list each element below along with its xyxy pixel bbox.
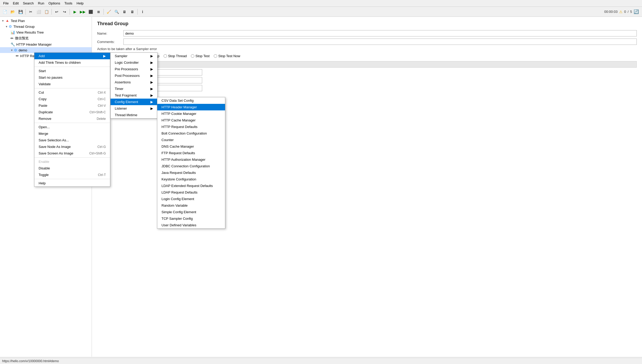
submenu-add-logic[interactable]: Logic Controller ▶	[111, 59, 157, 66]
toolbar: 📄 📂 💾 ✂ ⬜ 📋 ↩ ↪ ▶ ▶▶ ⬛ ⏹ 🧹 🔍 🖥 🖥 i 00:00…	[0, 7, 642, 17]
redo-button[interactable]: ↪	[61, 8, 68, 15]
submenu-add-sampler[interactable]: Sampler ▶	[111, 53, 157, 59]
menu-run[interactable]: Run	[36, 1, 46, 6]
menu-file[interactable]: File	[1, 1, 11, 6]
submenu-config-keystore[interactable]: Keystore Configuration	[157, 176, 225, 183]
ctx-remove[interactable]: Remove Delete	[34, 115, 110, 122]
submenu-config-java[interactable]: Java Request Defaults	[157, 169, 225, 176]
rampup-input[interactable]	[150, 77, 202, 83]
submenu-add-assertions[interactable]: Assertions ▶	[111, 79, 157, 85]
stop-button[interactable]: ⬛	[87, 8, 94, 15]
new-button[interactable]: 📄	[1, 8, 8, 15]
submenu-add-config[interactable]: Config Element ▶	[111, 99, 157, 105]
save-button[interactable]: 💾	[17, 8, 24, 15]
ctx-paste[interactable]: Paste Ctrl-V	[34, 102, 110, 109]
tree-item-httpheader[interactable]: 🔧 HTTP Header Manager	[0, 41, 92, 47]
menu-help[interactable]: Help	[75, 1, 86, 6]
submenu-config-ldap-extended[interactable]: LDAP Extended Request Defaults	[157, 183, 225, 189]
open-button[interactable]: 📂	[9, 8, 16, 15]
ctx-sep-1	[34, 67, 110, 67]
ctx-help[interactable]: Help	[34, 180, 110, 186]
submenu-config-httpauth[interactable]: HTTP Authorization Manager	[157, 156, 225, 163]
radio-stop-test-now-input[interactable]	[214, 54, 217, 58]
submenu-config-dns[interactable]: DNS Cache Manager	[157, 143, 225, 150]
menu-options[interactable]: Options	[46, 1, 62, 6]
submenu-config-simple[interactable]: Simple Config Element	[157, 209, 225, 215]
copy-button[interactable]: ⬜	[35, 8, 42, 15]
tree-item-threadgroup[interactable]: ▼ ⚙ Thread Group	[0, 24, 92, 29]
ctx-cut-shortcut: Ctrl-X	[98, 91, 106, 94]
remote-start-button[interactable]: 🖥	[121, 8, 128, 15]
submenu-config-user-defined[interactable]: User Defined Variables	[157, 222, 225, 228]
ctx-copy[interactable]: Copy Ctrl-C	[34, 96, 110, 102]
ctx-open[interactable]: Open...	[34, 124, 110, 130]
menu-search[interactable]: Search	[21, 1, 36, 6]
ctx-start-no-pauses[interactable]: Start no pauses	[34, 74, 110, 81]
submenu-add-testfragment[interactable]: Test Fragment ▶	[111, 92, 157, 99]
name-input[interactable]	[123, 30, 637, 36]
tree-item-testplan[interactable]: ▼ 🔺 Test Plan	[0, 18, 92, 24]
ctx-merge[interactable]: Merge	[34, 130, 110, 137]
run-button[interactable]: ▶	[71, 8, 79, 15]
submenu-config-jdbc[interactable]: JDBC Connection Configuration	[157, 163, 225, 169]
ctx-save-selection[interactable]: Save Selection As...	[34, 137, 110, 143]
submenu-add-thread-lifetime[interactable]: Thread lifetime	[111, 112, 157, 118]
submenu-config-csv[interactable]: CSV Data Set Config	[157, 97, 225, 104]
submenu-add-listener[interactable]: Listener ▶	[111, 105, 157, 112]
submenu-add-timer[interactable]: Timer ▶	[111, 85, 157, 92]
menu-tools[interactable]: Tools	[62, 1, 74, 6]
submenu-config-bolt[interactable]: Bolt Connection Configuration	[157, 130, 225, 137]
shutdown-button[interactable]: ⏹	[95, 8, 102, 15]
ctx-add-arrow: ▶	[103, 54, 106, 58]
radio-stop-test-now[interactable]: Stop Test Now	[214, 54, 240, 58]
submenu-config-random[interactable]: Random Variable	[157, 202, 225, 209]
radio-stop-test[interactable]: Stop Test	[191, 54, 210, 58]
remote-stop-button[interactable]: 🖥	[129, 8, 136, 15]
ctx-cut[interactable]: Cut Ctrl-X	[34, 89, 110, 96]
ctx-disable[interactable]: Disable	[34, 165, 110, 172]
submenu-add-assertions-label: Assertions	[115, 80, 131, 84]
clear-button[interactable]: 🧹	[105, 8, 112, 15]
delay-row: Delay Thread creation until needed	[97, 93, 637, 97]
cut-button[interactable]: ✂	[27, 8, 34, 15]
radio-stop-thread[interactable]: Stop Thread	[164, 54, 187, 58]
undo-button[interactable]: ↩	[53, 8, 60, 15]
submenu-config-login-label: Login Config Element	[161, 197, 194, 201]
ctx-validate[interactable]: Validate	[34, 81, 110, 87]
ctx-add-think-times[interactable]: Add Think Times to children	[34, 59, 110, 66]
radio-stop-test-input[interactable]	[191, 54, 194, 58]
ctx-save-screen-image[interactable]: Save Screen As Image Ctrl+Shift-G	[34, 150, 110, 157]
tree-item-wechat[interactable]: ✏ 微信预览	[0, 35, 92, 41]
tree-item-demo[interactable]: ▼ ⚙ demo	[0, 47, 92, 53]
submenu-config-tcp[interactable]: TCP Sampler Config	[157, 215, 225, 222]
threads-input[interactable]	[150, 69, 202, 76]
loop-input[interactable]	[150, 85, 202, 91]
ctx-start[interactable]: Start	[34, 68, 110, 74]
submenu-config-httpcookie[interactable]: HTTP Cookie Manager	[157, 110, 225, 117]
submenu-config-httpcache[interactable]: HTTP Cache Manager	[157, 117, 225, 124]
submenu-config-ldap[interactable]: LDAP Request Defaults	[157, 189, 225, 196]
submenu-config-login[interactable]: Login Config Element	[157, 196, 225, 202]
search-button[interactable]: 🔍	[113, 8, 120, 15]
tree-item-viewresults[interactable]: 📊 View Results Tree	[0, 29, 92, 35]
submenu-config-ftp[interactable]: FTP Request Defaults	[157, 150, 225, 156]
submenu-config-httpheader[interactable]: HTTP Header Manager	[157, 104, 225, 110]
submenu-add-post[interactable]: Post Processors ▶	[111, 72, 157, 79]
start-no-pause-button[interactable]: ▶▶	[79, 8, 86, 15]
submenu-config-httpreqdefaults[interactable]: HTTP Request Defaults	[157, 124, 225, 130]
radio-stop-thread-input[interactable]	[164, 54, 167, 58]
ctx-add[interactable]: Add ▶	[34, 53, 110, 59]
submenu-config-counter[interactable]: Counter	[157, 137, 225, 143]
viewresults-icon: 📊	[11, 30, 15, 34]
comments-input[interactable]	[123, 39, 637, 45]
menu-edit[interactable]: Edit	[11, 1, 21, 6]
submenu-add-pre[interactable]: Pre Processors ▶	[111, 66, 157, 72]
ctx-save-node-image[interactable]: Save Node As Image Ctrl-G	[34, 143, 110, 150]
info-button[interactable]: i	[139, 8, 146, 15]
paste-button[interactable]: 📋	[43, 8, 50, 15]
error-count: 5	[630, 10, 632, 14]
ctx-duplicate[interactable]: Duplicate Ctrl+Shift-C	[34, 109, 110, 115]
ctx-toggle[interactable]: Toggle Ctrl-T	[34, 172, 110, 178]
submenu-add-sampler-arrow: ▶	[150, 54, 153, 58]
submenu-config-httpheader-label: HTTP Header Manager	[161, 105, 197, 109]
